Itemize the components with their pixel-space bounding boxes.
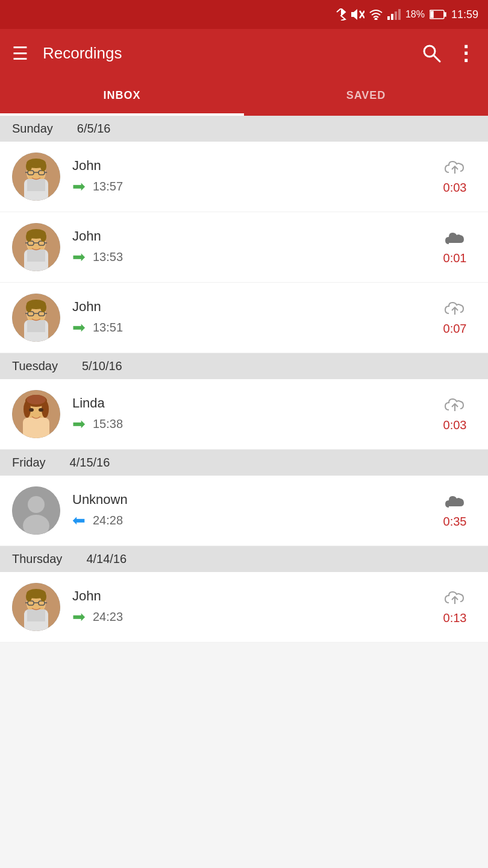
call-duration: 0:01	[443, 251, 467, 265]
svg-point-4	[375, 19, 377, 20]
svg-rect-73	[27, 609, 45, 621]
recording-item[interactable]: John ➡ 13:51 0:07	[0, 283, 488, 353]
recording-meta: ➡ 13:51	[72, 318, 434, 337]
wifi-icon	[369, 9, 383, 20]
svg-rect-8	[398, 9, 401, 20]
recording-item[interactable]: John ➡ 13:53 0:01	[0, 212, 488, 283]
signal-icon	[387, 9, 401, 20]
battery-level: 18%	[405, 9, 425, 20]
status-icons: 18% 11:59	[336, 8, 478, 21]
call-duration: 0:03	[443, 181, 467, 195]
day-label: Tuesday	[12, 359, 58, 373]
cloud-upload-icon	[444, 397, 466, 414]
contact-name: John	[72, 228, 434, 244]
recording-info: John ➡ 24:23	[60, 588, 434, 626]
contact-name: John	[72, 299, 434, 315]
svg-point-80	[26, 592, 32, 602]
status-time: 11:59	[451, 8, 478, 21]
direction-arrow: ⬅	[72, 511, 86, 530]
call-duration: 0:35	[443, 515, 467, 529]
bluetooth-icon	[336, 8, 346, 20]
tab-inbox[interactable]: INBOX	[0, 77, 244, 114]
search-button[interactable]	[422, 43, 441, 63]
recording-item[interactable]: Linda ➡ 15:38 0:03	[0, 379, 488, 450]
date-label: 4/15/16	[70, 456, 110, 470]
more-options-button[interactable]: ⋮	[455, 41, 476, 65]
cloud-icon	[444, 493, 466, 510]
recording-item[interactable]: John ➡ 24:23 0:13	[0, 572, 488, 643]
cloud-icon	[444, 230, 466, 247]
recording-right: 0:07	[434, 300, 476, 336]
tab-saved[interactable]: SAVED	[244, 77, 488, 114]
status-bar: 18% 11:59	[0, 0, 488, 29]
recording-item[interactable]: Unknown ⬅ 24:28 0:35	[0, 476, 488, 546]
svg-point-52	[26, 303, 32, 312]
contact-name: Unknown	[72, 492, 434, 508]
recording-meta: ➡ 15:38	[72, 415, 434, 433]
direction-arrow: ➡	[72, 608, 86, 626]
call-time: 13:53	[93, 250, 123, 264]
recording-info: Linda ➡ 15:38	[60, 395, 434, 433]
call-duration: 0:07	[443, 322, 467, 336]
mute-icon	[351, 9, 364, 20]
svg-rect-6	[391, 14, 393, 20]
svg-line-13	[434, 55, 440, 61]
svg-point-40	[40, 232, 46, 242]
svg-rect-10	[444, 13, 446, 16]
svg-rect-18	[27, 179, 45, 191]
svg-point-63	[29, 408, 34, 412]
svg-point-64	[39, 408, 43, 412]
call-time: 13:51	[93, 321, 123, 335]
avatar	[12, 223, 60, 271]
date-label: 6/5/16	[77, 122, 111, 136]
day-label: Friday	[12, 456, 46, 470]
cloud-upload-icon	[444, 159, 466, 176]
recording-info: John ➡ 13:53	[60, 228, 434, 266]
svg-rect-11	[431, 11, 433, 17]
call-duration: 0:03	[443, 418, 467, 432]
recording-info: Unknown ⬅ 24:28	[60, 492, 434, 530]
call-time: 13:57	[93, 180, 123, 193]
date-header-friday: Friday 4/15/16	[0, 450, 488, 476]
recording-meta: ⬅ 24:28	[72, 511, 434, 530]
svg-point-81	[40, 592, 46, 602]
svg-point-53	[40, 303, 46, 312]
call-time: 15:38	[93, 417, 123, 431]
svg-point-25	[26, 162, 32, 171]
svg-line-0	[337, 8, 341, 12]
date-label: 4/14/16	[86, 552, 127, 566]
avatar	[12, 390, 60, 438]
svg-rect-7	[395, 11, 397, 20]
svg-point-67	[28, 496, 45, 513]
contact-name: John	[72, 158, 434, 174]
call-time: 24:28	[93, 514, 123, 527]
direction-arrow: ➡	[72, 318, 86, 337]
recording-meta: ➡ 24:23	[72, 608, 434, 626]
recordings-list: Sunday 6/5/16	[0, 116, 488, 643]
page-title: Recordings	[43, 44, 407, 63]
battery-icon	[430, 10, 446, 19]
recording-meta: ➡ 13:57	[72, 177, 434, 196]
cloud-upload-icon	[444, 300, 466, 317]
tabs-container: INBOX SAVED	[0, 77, 488, 116]
svg-point-26	[40, 162, 46, 171]
menu-button[interactable]: ☰	[12, 43, 28, 64]
date-header-tuesday: Tuesday 5/10/16	[0, 353, 488, 379]
contact-name: John	[72, 588, 434, 604]
day-label: Sunday	[12, 122, 53, 136]
direction-arrow: ➡	[72, 415, 86, 433]
svg-rect-5	[387, 16, 390, 20]
svg-marker-1	[351, 9, 357, 20]
recording-right: 0:03	[434, 159, 476, 195]
contact-name: Linda	[72, 395, 434, 411]
avatar	[12, 294, 60, 342]
avatar	[12, 153, 60, 201]
recording-meta: ➡ 13:53	[72, 248, 434, 266]
svg-point-39	[26, 232, 32, 242]
recording-item[interactable]: John ➡ 13:57 0:03	[0, 142, 488, 212]
recording-right: 0:03	[434, 397, 476, 432]
call-time: 24:23	[93, 610, 123, 624]
svg-rect-45	[27, 320, 45, 332]
date-label: 5/10/16	[82, 359, 122, 373]
recording-right: 0:35	[434, 493, 476, 529]
